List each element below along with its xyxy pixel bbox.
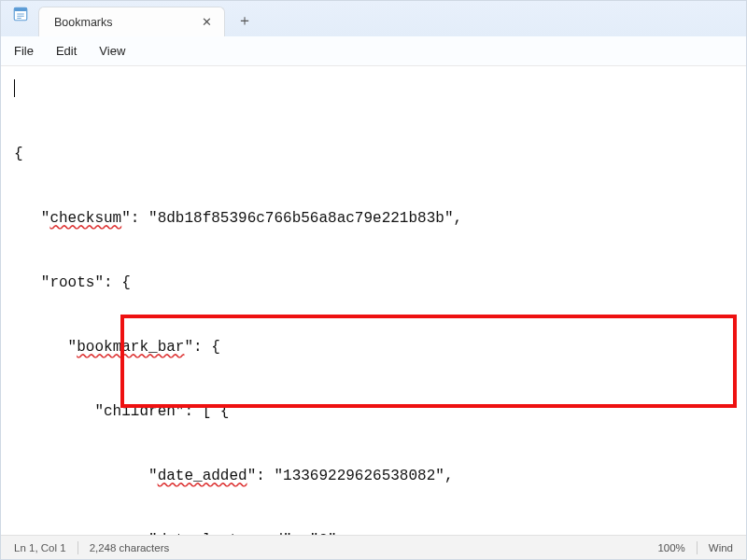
new-tab-button[interactable]: ＋: [231, 7, 259, 35]
menu-file[interactable]: File: [14, 44, 34, 58]
status-zoom[interactable]: 100%: [657, 542, 684, 553]
menu-view[interactable]: View: [99, 44, 125, 58]
tab-label: Bookmarks: [54, 16, 198, 29]
tab-bookmarks[interactable]: Bookmarks ✕: [38, 7, 225, 36]
statusbar: Ln 1, Col 1 2,248 characters 100% Wind: [1, 535, 746, 559]
close-tab-icon[interactable]: ✕: [198, 14, 215, 31]
status-separator: [697, 541, 698, 554]
code-line: "checksum": "8db18f85396c766b56a8ac79e22…: [14, 208, 746, 230]
code-line: "bookmark_bar": {: [14, 337, 746, 358]
code-line: "children": [ {: [14, 401, 746, 423]
code-line: "date_last_used": "0",: [14, 530, 746, 535]
notepad-icon: [12, 6, 29, 22]
menubar: File Edit View: [1, 36, 746, 66]
highlight-annotation: [120, 315, 737, 408]
status-position: Ln 1, Col 1: [14, 542, 66, 553]
text-editor[interactable]: { "checksum": "8db18f85396c766b56a8ac79e…: [1, 66, 746, 535]
code-line: {: [14, 144, 746, 165]
code-line: "roots": {: [14, 273, 746, 294]
code-line: "date_added": "13369229626538082",: [14, 466, 746, 487]
status-charcount: 2,248 characters: [90, 542, 170, 553]
status-separator: [78, 541, 78, 554]
status-encoding: Wind: [709, 542, 733, 553]
menu-edit[interactable]: Edit: [56, 44, 77, 58]
text-caret: [14, 79, 15, 97]
titlebar: Bookmarks ✕ ＋: [1, 1, 746, 36]
svg-rect-1: [14, 7, 27, 11]
